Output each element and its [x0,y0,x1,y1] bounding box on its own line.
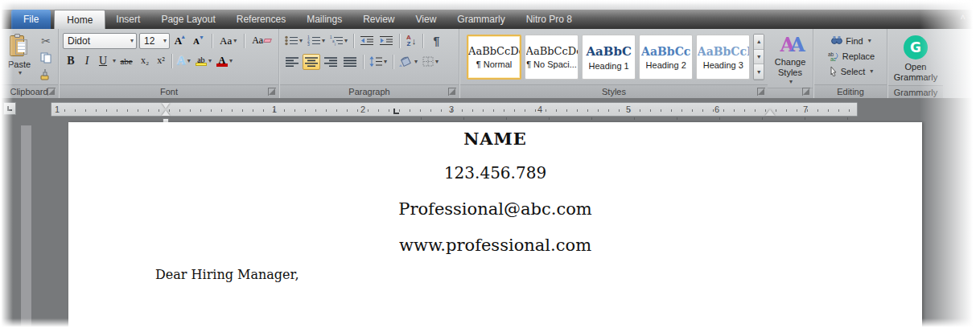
document-page[interactable]: NAME 123.456.789 Professional@abc.com ww… [68,122,922,328]
bullets-button[interactable]: ▾ [283,33,304,49]
change-styles-button[interactable]: AA Change Styles ▾ [771,31,809,86]
justify-button[interactable] [341,54,359,70]
style-name: ¶ Normal [476,59,512,69]
font-size-dropdown-arrow[interactable]: ▾ [160,37,167,44]
format-painter-button[interactable] [37,68,55,82]
cut-button[interactable]: ✂ [37,34,55,48]
font-dialog-launcher-icon[interactable] [268,88,276,96]
increase-indent-icon [380,35,393,46]
font-family-dropdown-arrow[interactable]: ▾ [127,37,134,44]
shading-dropdown-arrow[interactable]: ▾ [414,58,418,65]
font-color-dropdown-arrow[interactable]: ▾ [229,57,233,64]
superscript-button[interactable]: x² [153,53,169,69]
tab-home[interactable]: Home [54,10,105,29]
font-size-combobox[interactable]: 12 ▾ [139,33,170,49]
style-card-heading1[interactable]: AaBbC Heading 1 [582,35,636,80]
first-line-indent-marker[interactable] [162,103,170,109]
pilcrow-icon: ¶ [433,35,439,47]
show-paragraph-marks-button[interactable]: ¶ [427,34,445,48]
right-indent-marker[interactable] [765,109,775,116]
group-font: Didot ▾ 12 ▾ A ▲ A ▼ [60,29,278,98]
doc-email-line[interactable]: Professional@abc.com [68,199,922,219]
clipboard-dialog-launcher-icon[interactable] [47,88,56,96]
find-dropdown-arrow[interactable]: ▾ [868,37,871,44]
text-effects-dropdown-arrow[interactable]: ▾ [187,57,191,64]
find-button[interactable]: Find ▾ [817,33,883,48]
tab-view[interactable]: View [406,10,447,29]
tab-stop-marker[interactable] [393,109,399,114]
change-styles-dropdown-arrow[interactable]: ▾ [789,78,793,85]
borders-button[interactable]: ▾ [421,54,440,70]
tab-mailings[interactable]: Mailings [296,10,352,29]
align-right-button[interactable] [322,54,340,70]
highlight-dropdown-arrow[interactable]: ▾ [208,57,212,64]
style-name: Heading 3 [703,60,743,70]
tab-nitro-pro[interactable]: Nitro Pro 8 [516,10,583,29]
change-styles-dialog-launcher-icon[interactable] [802,88,810,96]
doc-name-line[interactable]: NAME [68,129,922,149]
underline-button[interactable]: U [95,53,111,69]
italic-button[interactable]: I [79,53,95,69]
multilevel-list-button[interactable]: 1ai ▾ [328,33,349,49]
horizontal-ruler[interactable]: 1 1 2 3 4 5 6 7 [51,102,858,117]
replace-button[interactable]: abac Replace [817,48,883,64]
hanging-indent-marker[interactable] [162,110,170,116]
shading-icon [399,56,413,67]
word-window: File Home Insert Page Layout References … [0,0,980,328]
style-card-heading2[interactable]: AaBbCc Heading 2 [639,35,693,80]
group-editing: Find ▾ abac Replace Select ▾ Editing [814,29,887,98]
text-effects-button[interactable]: A ▾ [175,53,193,69]
increase-indent-button[interactable] [377,34,395,48]
tab-grammarly[interactable]: Grammarly [447,10,515,29]
tab-insert[interactable]: Insert [105,10,150,29]
align-left-button[interactable] [283,54,301,70]
bold-button[interactable]: B [63,53,79,69]
tab-review[interactable]: Review [352,10,405,29]
tab-file[interactable]: File [11,10,51,29]
align-center-button[interactable] [303,54,320,70]
select-dropdown-arrow[interactable]: ▾ [870,68,873,75]
change-styles-icon: AA [780,35,800,55]
styles-scroll-down-button[interactable]: ▼ [754,50,764,65]
change-case-button[interactable]: Aa ▾ [217,33,239,49]
highlight-button[interactable]: ab ▾ [193,53,214,69]
numbering-dropdown-arrow[interactable]: ▾ [322,37,325,44]
style-card-normal[interactable]: AaBbCcDc ¶ Normal [467,35,521,80]
style-card-no-spacing[interactable]: AaBbCcDc ¶ No Spaci... [525,35,579,80]
paste-button[interactable]: Paste ▾ [3,31,35,83]
subscript-button[interactable]: x₂ [137,53,153,69]
clear-formatting-button[interactable]: Aa [249,33,274,49]
tab-references[interactable]: References [226,10,296,29]
borders-dropdown-arrow[interactable]: ▾ [435,58,439,65]
doc-phone-line[interactable]: 123.456.789 [68,163,922,182]
strikethrough-button[interactable]: abe [116,53,137,69]
sort-button[interactable]: A Z ↓ [404,33,418,49]
numbering-button[interactable]: 123 ▾ [306,33,327,49]
paste-dropdown-arrow[interactable]: ▾ [19,69,22,76]
decrease-indent-button[interactable] [358,34,376,48]
styles-gallery-more-button[interactable]: ▼ [754,64,764,80]
grow-font-button[interactable]: A ▲ [172,33,188,49]
multilevel-dropdown-arrow[interactable]: ▾ [344,37,348,44]
styles-dialog-launcher-icon[interactable] [757,88,765,96]
select-button[interactable]: Select ▾ [817,64,883,79]
font-color-button[interactable]: A ▾ [214,53,235,69]
shrink-font-button[interactable]: A ▼ [191,33,207,49]
ruler-number: 5 [626,105,631,114]
bullets-dropdown-arrow[interactable]: ▾ [299,37,303,44]
doc-website-line[interactable]: www.professional.com [68,236,922,255]
doc-salutation-line[interactable]: Dear Hiring Manager, [155,267,299,282]
paragraph-dialog-launcher-icon[interactable] [448,88,456,96]
collapse-ribbon-icon[interactable]: ˄ [961,13,966,22]
font-family-combobox[interactable]: Didot ▾ [63,33,137,49]
change-case-dropdown-arrow[interactable]: ▾ [233,37,237,44]
tab-page-layout[interactable]: Page Layout [150,10,225,29]
copy-button[interactable] [37,51,55,65]
tab-selector-button[interactable] [3,102,16,115]
open-grammarly-button[interactable]: G Open Grammarly [891,31,940,84]
styles-scroll-up-button[interactable]: ▲ [754,35,764,50]
line-spacing-dropdown-arrow[interactable]: ▾ [384,58,387,65]
line-spacing-button[interactable]: ▾ [368,54,389,70]
style-card-heading3[interactable]: AaBbCcI Heading 3 [696,35,750,80]
shading-button[interactable]: ▾ [397,54,419,70]
